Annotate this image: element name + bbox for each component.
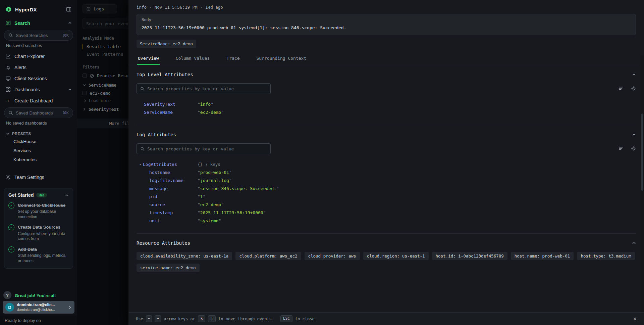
attribute-key[interactable]: source: [137, 202, 198, 207]
caret-down-icon: ▾: [139, 162, 141, 166]
attribute-key[interactable]: timestamp: [137, 210, 198, 215]
checkbox[interactable]: [83, 91, 87, 95]
attribute-value[interactable]: "systemd": [198, 218, 636, 223]
shortcut-badge: ⌘K: [63, 111, 69, 115]
filter-group-label: SeverityText: [89, 107, 119, 112]
resource-chip[interactable]: cloud.provider: aws: [305, 252, 360, 260]
attribute-row: source "ec2-demo": [137, 200, 636, 208]
deploy-note: Ready to deploy on: [0, 316, 77, 325]
resource-chip[interactable]: cloud.region: us-east-1: [363, 252, 429, 260]
attribute-key[interactable]: message: [137, 186, 198, 191]
get-started-card: Get Started 3/3 ✓ Connect to ClickHouse …: [4, 188, 73, 269]
sidebar-item-chart-explorer[interactable]: Chart Explorer: [0, 51, 77, 62]
attribute-value[interactable]: "ec2-demo": [198, 110, 636, 115]
service-name-chip[interactable]: ServiceName: ec2-demo: [137, 40, 196, 48]
get-started-header[interactable]: Get Started 3/3: [8, 192, 69, 198]
attribute-value[interactable]: "1": [198, 194, 636, 199]
resource-chip[interactable]: host.name: prod-web-01: [511, 252, 574, 260]
close-icon[interactable]: ×: [633, 316, 637, 322]
step-description: Configure where your data comes from: [18, 231, 69, 242]
sidebar-item-label: Chart Explorer: [14, 54, 45, 59]
checkbox[interactable]: [83, 74, 87, 78]
preset-item-clickhouse[interactable]: ClickHouse: [0, 137, 77, 146]
sidebar-collapse-icon[interactable]: [66, 6, 72, 12]
attribute-key[interactable]: log.file.name: [137, 178, 198, 183]
chevron-up-icon[interactable]: [632, 73, 636, 77]
scrollbar-thumb[interactable]: [641, 113, 643, 191]
property-search-input[interactable]: Search properties by key or value: [137, 83, 271, 94]
gear-icon[interactable]: [631, 146, 636, 151]
tree-root-meta: {} 7 keys: [198, 162, 636, 167]
scrollbar-track[interactable]: [641, 56, 644, 312]
user-name: dominic.tran@clic...: [17, 303, 55, 307]
tab-column-values[interactable]: Column Values: [175, 52, 211, 65]
filter-value-label: ec2-demo: [90, 91, 111, 96]
user-email: dominic.tran@clickho...: [17, 308, 55, 312]
sidebar-item-label: Alerts: [14, 65, 26, 70]
get-started-step-add-data[interactable]: ✓ Add Data Start sending logs, metrics, …: [8, 246, 69, 264]
preset-item-services[interactable]: Services: [0, 146, 77, 155]
sidebar-item-label: Search: [14, 20, 30, 26]
saved-dashboards-input[interactable]: Saved Dashboards ⌘K: [4, 107, 73, 118]
attribute-value[interactable]: "2025-11-11T23:56:19+0000": [198, 210, 636, 215]
k-key: k: [198, 315, 206, 322]
resource-chip[interactable]: cloud.availability_zone: us-east-1a: [137, 252, 232, 260]
property-search-input[interactable]: Search properties by key or value: [137, 143, 271, 154]
get-started-step-connect[interactable]: ✓ Connect to ClickHouse Set up your data…: [8, 202, 69, 220]
chevron-up-icon[interactable]: [632, 133, 636, 137]
attribute-row: log.file.name "journal.log": [137, 176, 636, 184]
event-detail-drawer: info · Nov 11 5:56:19 PM · 14d ago Body …: [128, 0, 644, 325]
attribute-value[interactable]: "journal.log": [198, 178, 636, 183]
user-menu[interactable]: D dominic.tran@clic... dominic.tran@clic…: [3, 301, 74, 314]
create-dashboard-button[interactable]: + Create Dashboard: [0, 95, 77, 106]
sort-lines-icon[interactable]: [619, 146, 624, 151]
attribute-key[interactable]: pid: [137, 194, 198, 199]
section-toolbar: Search properties by key or value: [137, 143, 636, 154]
resource-chip[interactable]: host.id: i-0abc123def456789: [432, 252, 507, 260]
resource-chip[interactable]: cloud.platform: aws_ec2: [235, 252, 301, 260]
sidebar-item-dashboards[interactable]: Dashboards: [0, 84, 77, 95]
check-circle-icon: ✓: [8, 224, 14, 230]
resource-chip[interactable]: host.type: t3.medium: [577, 252, 635, 260]
section-resource-attributes: Resource Attributes cloud.availability_z…: [137, 233, 636, 281]
section-title: Log Attributes: [137, 132, 176, 137]
tab-surrounding-context[interactable]: Surrounding Context: [256, 52, 307, 65]
presets-section-header[interactable]: PRESETS: [0, 128, 77, 137]
preset-item-kubernetes[interactable]: Kubernetes: [0, 155, 77, 164]
resource-chip[interactable]: service.name: ec2-demo: [137, 264, 200, 272]
gear-icon[interactable]: [631, 86, 636, 91]
tree-root-toggle[interactable]: ▾ LogAttributes: [137, 162, 198, 167]
property-search-placeholder: Search properties by key or value: [147, 86, 234, 91]
attribute-key[interactable]: SeverityText: [137, 102, 198, 107]
get-started-step-sources[interactable]: ✓ Create Data Sources Configure where yo…: [8, 224, 69, 241]
attribute-value[interactable]: "prod-web-01": [198, 170, 636, 175]
progress-badge: 3/3: [36, 193, 47, 197]
saved-searches-input[interactable]: Saved Searches ⌘K: [4, 30, 73, 41]
source-selector[interactable]: Logs: [83, 4, 117, 13]
tab-overview[interactable]: Overview: [137, 52, 160, 65]
attribute-value[interactable]: "ec2-demo": [198, 202, 636, 207]
sidebar-item-alerts[interactable]: Alerts: [0, 62, 77, 73]
sort-lines-icon[interactable]: [619, 86, 624, 91]
section-header[interactable]: Top Level Attributes: [137, 72, 636, 77]
sidebar-item-search[interactable]: Search: [0, 17, 77, 29]
attribute-key[interactable]: unit: [137, 218, 198, 223]
attribute-value[interactable]: "session-846.scope: Succeeded.": [198, 186, 636, 191]
sidebar-item-client-sessions[interactable]: Client Sessions: [0, 73, 77, 84]
sidebar-item-team-settings[interactable]: Team Settings: [0, 172, 77, 183]
sidebar-bottom: ? Great job! You're all D dominic.tran@c…: [0, 292, 77, 325]
chevron-up-icon[interactable]: [632, 241, 636, 245]
denoise-icon: [90, 74, 94, 78]
section-log-attributes: Log Attributes Search properties by key …: [137, 125, 636, 233]
section-header[interactable]: Resource Attributes: [137, 240, 636, 246]
arrow-right-key: →: [155, 315, 161, 322]
tab-trace[interactable]: Trace: [226, 52, 240, 65]
step-description: Set up your database connection: [18, 209, 69, 220]
section-header[interactable]: Log Attributes: [137, 132, 636, 137]
filter-group-label: ServiceName: [89, 83, 116, 88]
bell-icon: [5, 64, 11, 70]
tree-root-name: LogAttributes: [143, 162, 177, 167]
attribute-key[interactable]: hostname: [137, 170, 198, 175]
attribute-value[interactable]: "info": [198, 102, 636, 107]
attribute-key[interactable]: ServiceName: [137, 110, 198, 115]
